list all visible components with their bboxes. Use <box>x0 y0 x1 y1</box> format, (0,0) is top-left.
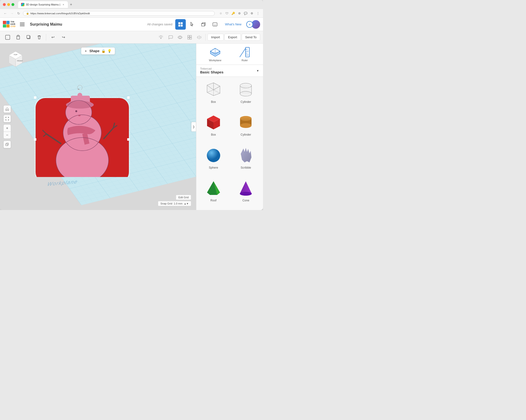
dropdown-arrow-icon[interactable]: ▼ <box>256 69 259 72</box>
zoom-out-button[interactable]: − <box>3 132 11 139</box>
active-tab[interactable]: 3D design Surprising Maimu | × <box>18 1 68 8</box>
maximize-window-button[interactable] <box>11 3 14 6</box>
shape-item-roof[interactable]: Roof <box>199 178 228 207</box>
ext-icon-5[interactable]: ⚙ <box>250 11 254 16</box>
url-input[interactable]: 🔒 https://www.tinkercad.com/things/itJUB… <box>23 11 215 16</box>
bookmark-icon[interactable]: ☆ <box>219 11 223 16</box>
light-button[interactable] <box>157 33 165 42</box>
canvas-area[interactable]: TOP FRONT <box>0 43 196 210</box>
svg-point-82 <box>207 149 220 162</box>
shape-cylinder-solid-label: Cylinder <box>241 133 251 136</box>
close-window-button[interactable] <box>3 3 6 6</box>
forward-button[interactable]: → <box>10 11 14 16</box>
tinkercad-logo[interactable]: TINKERCAD <box>3 21 16 28</box>
shape-item-sphere-solid[interactable]: Sphere <box>199 145 228 174</box>
svg-rect-7 <box>6 35 10 40</box>
main-content: TOP FRONT <box>0 43 263 210</box>
duplicate-button[interactable] <box>24 32 33 42</box>
url-text: https://www.tinkercad.com/things/itJUBVs… <box>30 12 90 15</box>
lock-icon: 🔒 <box>26 12 29 15</box>
ext-icon-6[interactable]: ⋮ <box>256 11 260 16</box>
undo-button[interactable]: ↩ <box>48 32 58 42</box>
code-tool-button[interactable]: { } <box>210 19 220 30</box>
ext-icon-3[interactable]: ⚙ <box>237 11 242 16</box>
import-button[interactable]: Import <box>208 34 223 41</box>
logo-grid <box>3 21 10 28</box>
svg-rect-4 <box>202 24 204 26</box>
left-controls: + − <box>3 105 11 148</box>
snap-grid-arrows[interactable]: ▲▼ <box>184 202 189 205</box>
paste-button[interactable] <box>13 32 23 42</box>
toolbar-right: Import Export Send To <box>157 33 260 42</box>
whats-new-button[interactable]: What's New <box>223 21 243 28</box>
shape-item-box-solid[interactable]: Box <box>199 113 228 141</box>
logo-cell-yellow <box>6 24 10 28</box>
svg-rect-30 <box>34 138 36 141</box>
svg-text:TOP: TOP <box>14 54 18 56</box>
shapes-name-label: Basic Shapes <box>200 70 223 74</box>
svg-point-13 <box>179 36 181 38</box>
zoom-controls: + − <box>3 124 11 139</box>
workplane-button[interactable] <box>3 32 12 42</box>
redo-button[interactable]: ↪ <box>59 32 68 42</box>
toolbar-divider <box>46 34 46 41</box>
scribble-thumbnail <box>236 145 255 164</box>
perspective-button[interactable] <box>3 141 11 148</box>
shape-item-cylinder-solid[interactable]: Cylinder <box>232 113 260 141</box>
cube-navigator[interactable]: TOP FRONT <box>5 48 24 67</box>
zoom-in-button[interactable]: + <box>3 124 11 132</box>
shape-item-cylinder-wire[interactable]: Cylinder <box>232 80 260 109</box>
svg-point-38 <box>66 101 94 109</box>
logo-cell-green <box>3 24 6 28</box>
grid-view-button[interactable] <box>175 19 186 30</box>
design-title: Surprising Maimu <box>30 22 62 27</box>
collapse-panel-button[interactable]: ❯ <box>191 122 196 132</box>
shape-expand-arrow[interactable]: ► <box>85 49 88 53</box>
back-button[interactable]: ← <box>3 11 8 16</box>
delete-button[interactable] <box>34 32 44 42</box>
home-view-button[interactable] <box>3 105 11 113</box>
ext-icon-2[interactable]: 🔑 <box>231 11 235 16</box>
view-button[interactable] <box>176 33 184 42</box>
hamburger-menu[interactable] <box>18 20 26 28</box>
svg-rect-55 <box>245 47 249 57</box>
mirror-button[interactable] <box>195 33 203 42</box>
shapes-dropdown[interactable]: Tinkercad Basic Shapes ▼ <box>196 65 263 77</box>
box-tool-button[interactable] <box>198 19 209 30</box>
export-button[interactable]: Export <box>224 34 241 41</box>
tab-bar: 3D design Surprising Maimu | × + <box>18 1 260 8</box>
new-tab-button[interactable]: + <box>68 1 74 8</box>
reload-button[interactable]: ↻ <box>16 11 21 16</box>
edit-grid-button[interactable]: Edit Grid <box>176 195 191 200</box>
pick-tool-button[interactable] <box>187 19 197 30</box>
snap-grid-control[interactable]: Snap Grid 1.0 mm ▲▼ <box>158 201 191 206</box>
shape-item-box-wire[interactable]: Box <box>199 80 228 109</box>
lock-shape-button[interactable]: 🔒 <box>101 49 105 53</box>
comment-button[interactable] <box>166 33 175 42</box>
shape-item-cone[interactable]: Cone <box>232 178 260 207</box>
ruler-tool[interactable]: Ruler <box>239 46 250 62</box>
svg-rect-16 <box>188 38 189 39</box>
shape-item-scribble[interactable]: Scribble <box>232 145 260 174</box>
ext-icon-1[interactable]: 🛡 <box>225 11 229 16</box>
logo-text: TINKERCAD <box>10 21 16 28</box>
visible-button[interactable]: 💡 <box>107 49 111 53</box>
minimize-window-button[interactable] <box>7 3 10 6</box>
grid-view-button[interactable] <box>185 33 194 42</box>
panel-tools: Workplane <box>196 43 263 65</box>
workplane-tool[interactable]: Workplane <box>209 46 221 62</box>
svg-rect-31 <box>127 138 130 141</box>
send-to-button[interactable]: Send To <box>242 34 260 41</box>
close-tab-button[interactable]: × <box>62 3 65 6</box>
shape-box-solid-label: Box <box>211 133 216 136</box>
svg-rect-24 <box>34 96 36 99</box>
right-panel: Workplane <box>196 43 263 210</box>
shape-scribble-label: Scribble <box>241 166 251 169</box>
ext-icon-4[interactable]: 💬 <box>243 11 248 16</box>
logo-cell-blue <box>6 21 10 24</box>
add-user-button[interactable]: + <box>246 21 253 28</box>
shapes-source-info: Tinkercad Basic Shapes <box>200 67 223 74</box>
svg-point-39 <box>75 110 77 112</box>
fit-view-button[interactable] <box>3 115 11 123</box>
shapes-grid: Box <box>196 77 263 210</box>
